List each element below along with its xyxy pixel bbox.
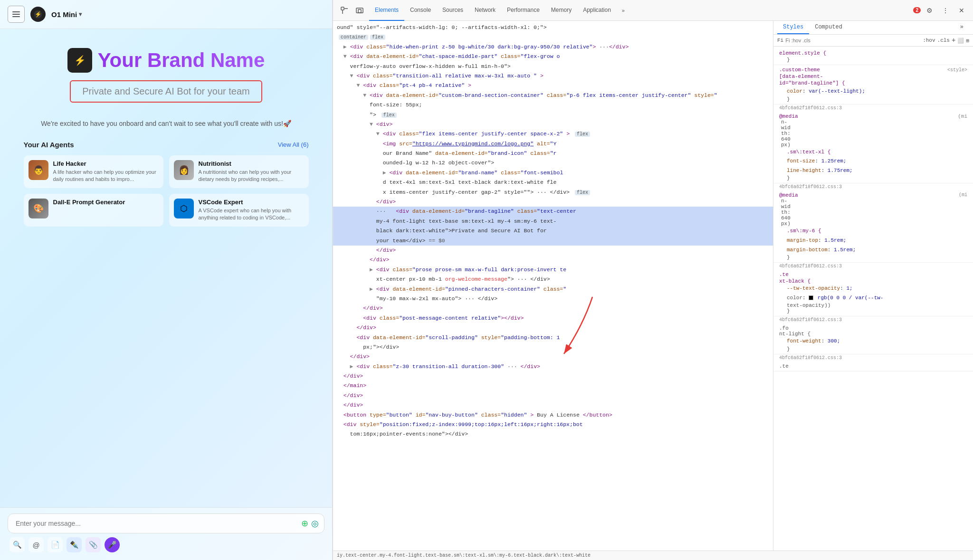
agents-title: Your AI Agents	[24, 141, 74, 149]
html-line: </div>	[333, 352, 773, 361]
svg-rect-11	[358, 9, 361, 13]
avatar: 🎨	[29, 199, 48, 218]
style-selector: .custom-theme	[779, 67, 820, 73]
at-rule: @media	[779, 192, 798, 198]
file-ref: 4bfc6a62f18f0612.css:3	[773, 354, 973, 361]
html-line-selected[interactable]: ··· <div data-element-id="brand-tagline"…	[333, 207, 773, 216]
style-line: font-weight: 300;	[779, 337, 967, 346]
brush-toolbar-btn[interactable]: ✒️	[67, 537, 82, 552]
styles-content: element.style { } .custom-theme <style> …	[773, 47, 973, 551]
cls-icon[interactable]: .cls	[937, 38, 950, 43]
chevron-down-icon: ▾	[79, 11, 82, 18]
settings-icon[interactable]: ⚙	[922, 3, 937, 18]
devtools-body: ound" style="--artifacts-width-lg: 0; --…	[333, 21, 973, 551]
new-rule-icon[interactable]: ⬜	[957, 38, 964, 44]
html-line: "my-10 max-w-2xl mx-auto"> ··· </div>	[333, 294, 773, 304]
tab-computed[interactable]: Computed	[809, 21, 848, 34]
list-item[interactable]: 👨 Life Hacker A life hacker who can help…	[24, 155, 163, 188]
svg-rect-1	[12, 14, 20, 15]
breadcrumb: iy.text-center.my-4.font-light.text-base…	[337, 553, 591, 558]
doc-toolbar-btn[interactable]: 📄	[48, 537, 63, 552]
chat-input[interactable]	[8, 513, 324, 533]
avatar: ⬡	[174, 199, 194, 218]
tab-performance[interactable]: Performance	[501, 0, 545, 21]
list-item[interactable]: ⬡ VSCode Expert A VSCode expert who can …	[169, 194, 309, 227]
html-line: </div>	[333, 255, 773, 265]
style-line: .sm\:my-6 {	[779, 227, 967, 236]
input-row: ⊕ ◎	[8, 513, 324, 533]
tab-network[interactable]: Network	[469, 0, 501, 21]
attach-icon[interactable]: ⊕	[301, 518, 308, 529]
mention-toolbar-btn[interactable]: @	[29, 537, 44, 552]
mic-toolbar-btn[interactable]: 🎤	[105, 537, 120, 552]
html-line-selected2: my-4 font-light text-base sm:text-xl my-…	[333, 217, 773, 226]
list-item[interactable]: 👩 Nutritionist A nutritionist who can he…	[169, 155, 309, 188]
html-line: <div style="position:fixed;z-index:9999;…	[333, 420, 773, 429]
filter-icon: Fi	[777, 38, 783, 43]
tab-memory[interactable]: Memory	[545, 0, 577, 21]
add-style-icon[interactable]: +	[952, 37, 955, 44]
toolbar-row: 🔍 @ 📄 ✒️ 📎 🎤	[8, 537, 324, 552]
style-line: --tw-text-opacity: 1;	[779, 284, 967, 294]
html-line: <img src="https://www.typingmind.com/log…	[333, 139, 773, 149]
html-line: x items-center justify-center gap-2" sty…	[333, 188, 773, 197]
close-icon[interactable]: ✕	[954, 3, 969, 18]
style-line: color: var(--text-light);	[779, 87, 967, 96]
brand-logo: ⚡	[30, 7, 46, 22]
tab-application[interactable]: Application	[577, 0, 617, 21]
styles-tabs: Styles Computed »	[773, 21, 973, 35]
html-line: containerflex	[333, 32, 773, 42]
view-all-link[interactable]: View All (6)	[278, 141, 309, 148]
html-line: <button type="button" id="nav-buy-button…	[333, 410, 773, 420]
svg-rect-10	[356, 8, 363, 13]
send-icon[interactable]: ◎	[311, 518, 319, 529]
sidebar-toggle[interactable]	[8, 6, 25, 23]
devtools-tabs: Elements Console Sources Network Perform…	[367, 0, 913, 21]
html-line: <div class="post-message-content relativ…	[333, 313, 773, 323]
agents-grid: 👨 Life Hacker A life hacker who can help…	[24, 155, 309, 227]
style-line: margin-bottom: 1.5rem;	[779, 246, 967, 255]
html-panel[interactable]: ound" style="--artifacts-width-lg: 0; --…	[333, 21, 773, 551]
avatar: 👨	[29, 160, 48, 180]
more-options-icon[interactable]: ⋮	[938, 3, 953, 18]
tab-sources[interactable]: Sources	[437, 0, 469, 21]
html-line: </div>	[333, 371, 773, 381]
html-line: </div>	[333, 323, 773, 332]
attach-toolbar-btn[interactable]: 📎	[86, 537, 101, 552]
devtools-right-icons: 2 ⚙ ⋮ ✕	[913, 3, 969, 18]
style-selector: [data-element-	[779, 74, 967, 79]
svg-rect-7	[341, 7, 344, 10]
tagline-box: Private and Secure AI Bot for your team	[70, 80, 262, 103]
inspect-element-icon[interactable]	[337, 3, 352, 18]
svg-rect-0	[12, 11, 20, 12]
html-line: xt-center px-10 mb-1 org-welcome-message…	[333, 275, 773, 284]
style-rule: .te xt-black { --tw-text-opacity: 1; col…	[773, 270, 973, 316]
list-item[interactable]: 🎨 Dall-E Prompt Generator	[24, 194, 163, 227]
welcome-text: We're excited to have you onboard and ca…	[41, 120, 291, 127]
style-line: font-size: 1.25rem;	[779, 157, 967, 166]
style-line: color: rgb(0 0 0 / var(--tw-	[779, 294, 967, 303]
tab-elements[interactable]: Elements	[369, 0, 404, 21]
agent-name: VSCode Expert	[199, 199, 304, 206]
brand-name: Your Brand Name	[98, 49, 265, 72]
agent-name: Nutritionist	[199, 160, 304, 167]
tab-console[interactable]: Console	[404, 0, 437, 21]
brand-tagline: Private and Secure AI Bot for your team	[82, 86, 249, 97]
search-toolbar-btn[interactable]: 🔍	[10, 537, 25, 552]
responsive-icon[interactable]	[352, 3, 367, 18]
html-line: "> flex	[333, 110, 773, 120]
tab-styles[interactable]: Styles	[777, 21, 809, 34]
brand-header: ⚡ Your Brand Name	[67, 48, 265, 73]
styles-filter-input[interactable]	[785, 38, 921, 43]
style-rule: .fo nt-light { font-weight: 300; }	[773, 323, 973, 354]
html-line: </div>	[333, 304, 773, 313]
tab-more-styles[interactable]: »	[954, 21, 969, 34]
hover-icon[interactable]: :hov	[923, 38, 935, 43]
html-line: <div data-element-id="scroll-padding" st…	[333, 333, 773, 342]
computed-style-icon[interactable]: ⊞	[966, 38, 969, 44]
model-selector[interactable]: O1 Mini ▾	[51, 10, 82, 19]
devtools-panel: Elements Console Sources Network Perform…	[333, 0, 973, 560]
more-tabs-icon[interactable]: »	[617, 4, 630, 17]
html-line: verflow-y-auto overflow-x-hidden w-full …	[333, 62, 773, 71]
html-line: ▶ <div data-element-id="brand-name" clas…	[333, 168, 773, 178]
